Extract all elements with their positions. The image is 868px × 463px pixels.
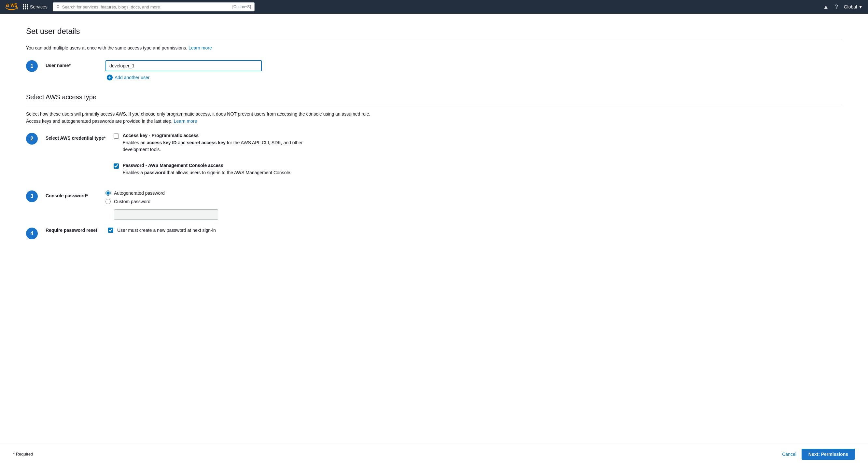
subtitle: You can add multiple users at once with … [26,45,842,51]
autogenerated-radio-row: Autogenerated password [105,190,218,196]
learn-more-link-2[interactable]: Learn more [174,119,197,124]
region-selector[interactable]: Global ▼ [844,4,863,9]
step3-fields: Autogenerated password Custom password [105,190,218,220]
step2-circle: 2 [26,133,38,145]
custom-label: Custom password [114,199,150,204]
search-icon: ⚲ [56,4,60,9]
aws-logo-icon [5,2,18,11]
grid-icon [23,4,28,9]
step1-circle: 1 [26,60,38,72]
step4-row: 4 Require password reset User must creat… [26,227,842,239]
add-user-label: Add another user [115,75,150,80]
option1-title: Access key - Programmatic access [123,133,324,138]
search-hint: [Option+S] [232,5,251,9]
plus-icon: + [107,74,113,81]
subtitle-text: You can add multiple users at once with … [26,45,187,51]
step4-circle: 4 [26,227,38,239]
autogenerated-label: Autogenerated password [114,190,165,196]
option2-title: Password - AWS Management Console access [123,163,292,168]
reset-desc: User must create a new password at next … [117,227,216,233]
search-bar[interactable]: ⚲ [Option+S] [53,2,255,11]
option2-bold: password [144,170,165,175]
region-label: Global [844,4,857,9]
search-input[interactable] [62,5,230,9]
step2-option2-checkbox-area: Password - AWS Management Console access… [114,163,292,176]
help-icon[interactable]: ? [835,4,838,10]
navbar: Services ⚲ [Option+S] ▲ ? Global ▼ [0,0,868,14]
username-input[interactable] [105,60,262,71]
page-title: Set user details [26,27,842,36]
option1-desc: Enables an access key ID and secret acce… [123,140,324,153]
services-label: Services [30,4,48,9]
require-label: Require password reset [45,227,104,233]
autogenerated-radio[interactable] [105,190,111,196]
option1-bold2: secret access key [187,140,226,145]
cancel-button[interactable]: Cancel [782,452,796,457]
option2-desc: Enables a password that allows users to … [123,169,292,176]
services-button[interactable]: Services [23,4,48,9]
section2-divider [26,105,842,105]
step1-fields: + Add another user [105,60,262,81]
step2-fields: Access key - Programmatic access Enables… [114,133,324,183]
step2-label: Select AWS credential type* [45,133,106,141]
step2-option1-row: Access key - Programmatic access Enables… [114,133,324,153]
step2-option2-labels: Password - AWS Management Console access… [123,163,292,176]
step1-row: 1 User name* + Add another user [26,60,842,81]
aws-logo-area [5,2,18,11]
step1-label: User name* [45,60,98,68]
step3-label: Console password* [45,190,98,198]
custom-radio-row: Custom password [105,199,218,204]
learn-more-link-1[interactable]: Learn more [188,45,212,51]
footer-actions: Cancel Next: Permissions [782,449,855,460]
section2-desc: Select how these users will primarily ac… [26,111,371,125]
main-content: Set user details You can add multiple us… [0,14,868,463]
step2-row: 2 Select AWS credential type* Access key… [26,133,842,183]
notifications-icon[interactable]: ▲ [823,4,829,10]
step2-option1-checkbox-area: Access key - Programmatic access Enables… [114,133,324,153]
require-reset-checkbox[interactable] [108,227,113,233]
nav-right: ▲ ? Global ▼ [823,4,863,10]
next-permissions-button[interactable]: Next: Permissions [802,449,855,460]
programmatic-access-checkbox[interactable] [114,133,119,139]
add-user-link[interactable]: + Add another user [107,74,262,81]
chevron-down-icon: ▼ [858,4,863,9]
step3-row: 3 Console password* Autogenerated passwo… [26,190,842,220]
console-access-checkbox[interactable] [114,163,119,169]
section2-title: Select AWS access type [26,93,842,101]
option1-bold1: access key ID [147,140,177,145]
footer: * Required Cancel Next: Permissions [0,445,868,463]
step3-circle: 3 [26,190,38,202]
section2-desc-text: Select how these users will primarily ac… [26,111,370,124]
custom-password-radio[interactable] [105,199,111,204]
step4-content: Require password reset User must create … [45,227,216,233]
required-note: * Required [13,452,33,457]
title-divider [26,40,842,40]
custom-password-input[interactable] [114,209,218,220]
step2-option2-row: Password - AWS Management Console access… [114,163,324,176]
step2-option1-labels: Access key - Programmatic access Enables… [123,133,324,153]
